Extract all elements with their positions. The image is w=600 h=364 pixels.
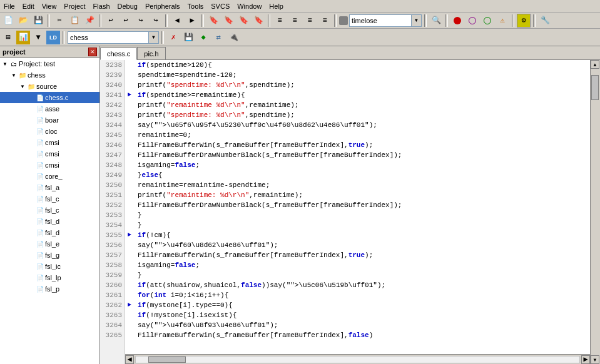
tree-item-7[interactable]: 📄cmsi (0, 137, 99, 148)
expand-arrow-0[interactable]: ▼ (1, 60, 9, 68)
code-text-3254: } (138, 220, 142, 230)
tb2-b3[interactable]: ▼ (31, 31, 45, 44)
arrow-marker-3239 (128, 70, 138, 80)
tree-item-12[interactable]: 📄fsl_c (0, 193, 99, 205)
chip-btn[interactable]: 🔌 (226, 31, 240, 44)
code-line-3253: } (128, 210, 587, 220)
find-button[interactable]: 🔍 (429, 14, 443, 28)
green-btn[interactable]: ◆ (196, 31, 210, 44)
tree-item-1[interactable]: ▼📁chess (0, 69, 99, 81)
tree-label-1: chess (28, 71, 46, 79)
config-dropdown[interactable] (349, 14, 412, 27)
bookmark4-button[interactable]: 🔖 (252, 14, 265, 28)
menu-help[interactable]: Help (265, 1, 287, 11)
menu-view[interactable]: View (38, 1, 61, 11)
tab-chess-c[interactable]: chess.c (100, 48, 137, 60)
hscroll-track[interactable] (135, 356, 580, 363)
tree-item-18[interactable]: 📄fsl_ic (0, 261, 99, 272)
tree-item-2[interactable]: ▼📁source (0, 81, 99, 92)
tree-item-20[interactable]: 📄fsl_p (0, 283, 99, 295)
tree-item-10[interactable]: 📄core_ (0, 171, 99, 182)
align4-button[interactable]: ≡ (318, 14, 332, 28)
open-button[interactable]: 📂 (16, 14, 30, 28)
tree-item-11[interactable]: 📄fsl_a (0, 182, 99, 193)
tb2-b2[interactable]: 📊 (16, 31, 30, 44)
config-dropdown-arrow[interactable]: ▼ (412, 14, 422, 27)
tab-pic-h[interactable]: pic.h (137, 47, 165, 59)
tree-icon-1: 📁 (18, 70, 28, 80)
menu-project[interactable]: Project (60, 1, 89, 11)
code-editor[interactable]: if(spendtime>120){ spendtime=spendtime-1… (125, 60, 590, 354)
tree-item-5[interactable]: 📄boar (0, 114, 99, 126)
cut-button[interactable]: ✂ (53, 14, 66, 28)
bookmark-button[interactable]: 🔖 (206, 14, 220, 28)
tools-button[interactable]: 🔧 (538, 14, 552, 28)
vscroll-thumb[interactable] (591, 75, 599, 100)
debug-circle-button[interactable] (481, 14, 494, 28)
tree-item-13[interactable]: 📄fsl_c (0, 205, 99, 216)
align3-button[interactable]: ≡ (303, 14, 317, 28)
undo2-button[interactable]: ↩ (119, 14, 133, 28)
redo2-button[interactable]: ↪ (149, 14, 163, 28)
menu-svcs[interactable]: SVCS (207, 1, 233, 11)
project-dropdown-arrow[interactable]: ▼ (149, 31, 159, 44)
project-dropdown[interactable] (68, 31, 149, 44)
tree-item-3[interactable]: 📄chess.c (0, 92, 99, 103)
tb2-b1[interactable]: ⊞ (1, 31, 15, 44)
expand-arrow-2[interactable]: ▼ (19, 83, 26, 90)
scroll-right-button[interactable]: ▶ (581, 355, 590, 364)
code-text-3256: say("">\u4f60\u8d62\u4e86\uff01"); (138, 240, 278, 250)
tree-item-9[interactable]: 📄cmsi (0, 159, 99, 171)
menu-file[interactable]: File (0, 1, 19, 11)
tree-label-20: fsl_p (45, 285, 59, 293)
tree-item-8[interactable]: 📄cmsi (0, 148, 99, 159)
align2-button[interactable]: ≡ (288, 14, 302, 28)
tree-item-4[interactable]: 📄asse (0, 103, 99, 114)
bookmark2-button[interactable]: 🔖 (221, 14, 235, 28)
run-circle-button[interactable] (465, 14, 479, 28)
menu-debug[interactable]: Debug (114, 1, 141, 11)
save-button[interactable]: 💾 (31, 14, 45, 28)
scroll-left-button[interactable]: ◀ (125, 355, 134, 364)
tree-item-0[interactable]: ▼🗂Project: test (0, 58, 99, 69)
forward-button[interactable]: ▶ (185, 14, 199, 28)
expand-arrow-1[interactable]: ▼ (10, 71, 18, 79)
tb2-b4[interactable]: LD (46, 31, 60, 44)
menu-window[interactable]: Window (233, 1, 265, 11)
vscroll-track[interactable] (591, 69, 600, 355)
arrows-btn[interactable]: ⇄ (211, 31, 225, 44)
tree-item-16[interactable]: 📄fsl_e (0, 238, 99, 250)
menu-flash[interactable]: Flash (89, 1, 114, 11)
tree-item-17[interactable]: 📄fsl_g (0, 250, 99, 261)
new-button[interactable]: 📄 (1, 14, 15, 28)
line-number-3265: 3265 (100, 330, 125, 340)
scroll-down-button[interactable]: ▼ (591, 355, 599, 364)
warn-button[interactable]: ⚠ (496, 14, 509, 28)
undo-button[interactable]: ↩ (104, 14, 118, 28)
tree-label-18: fsl_ic (45, 263, 61, 270)
tree-item-6[interactable]: 📄cloc (0, 126, 99, 137)
tree-label-10: core_ (45, 173, 63, 180)
paste-button[interactable]: 📌 (83, 14, 96, 28)
settings-button[interactable]: ⚙ (517, 14, 531, 28)
tree-item-15[interactable]: 📄fsl_d (0, 227, 99, 238)
bookmark3-button[interactable]: 🔖 (236, 14, 250, 28)
hscroll-thumb[interactable] (148, 356, 186, 363)
menu-tools[interactable]: Tools (184, 1, 208, 11)
copy-button[interactable]: 📋 (68, 14, 81, 28)
menu-edit[interactable]: Edit (19, 1, 38, 11)
menu-peripherals[interactable]: Peripherals (141, 1, 184, 11)
align-button[interactable]: ≡ (273, 14, 287, 28)
line-number-3255: 3255 (100, 230, 125, 240)
back-button[interactable]: ◀ (170, 14, 184, 28)
horizontal-scrollbar[interactable]: ◀ ▶ (125, 354, 590, 364)
stop-button[interactable] (450, 14, 464, 28)
scroll-up-button[interactable]: ▲ (591, 60, 599, 69)
redo-button[interactable]: ↪ (134, 14, 148, 28)
tree-item-14[interactable]: 📄fsl_d (0, 216, 99, 227)
save-all-btn[interactable]: 💾 (181, 31, 195, 44)
tree-item-19[interactable]: 📄fsl_lp (0, 272, 99, 283)
sidebar-close-button[interactable]: ✕ (88, 48, 97, 56)
build-btn[interactable]: ✗ (166, 31, 180, 44)
vertical-scrollbar[interactable]: ▲ ▼ (590, 60, 600, 364)
